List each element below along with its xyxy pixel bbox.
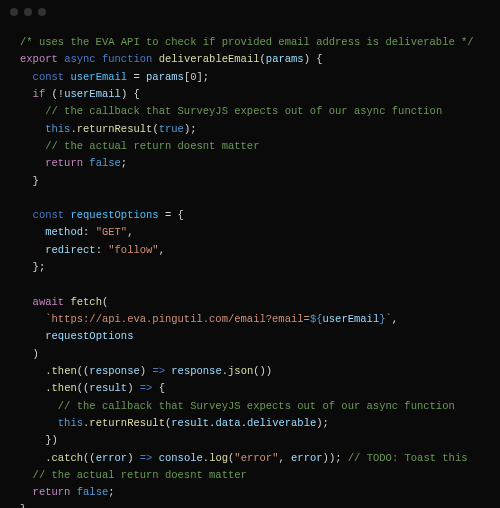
template-string: `https://api.eva.pingutil.com/email?emai…	[45, 313, 310, 325]
identifier: requestOptions	[45, 330, 133, 342]
method-then: then	[52, 365, 77, 377]
identifier: data	[215, 417, 240, 429]
function-name: deliverableEmail	[159, 53, 260, 65]
keyword-async: async	[64, 53, 96, 65]
method-call: returnResult	[77, 123, 153, 135]
comment-line: // TODO: Toast this	[348, 452, 468, 464]
keyword-return: return	[45, 157, 83, 169]
boolean: true	[159, 123, 184, 135]
object-key: method	[45, 226, 83, 238]
function-call: fetch	[70, 296, 102, 308]
identifier: deliverable	[247, 417, 316, 429]
param: error	[96, 452, 128, 464]
keyword-await: await	[33, 296, 65, 308]
comment-line: /* uses the EVA API to check if provided…	[20, 36, 474, 48]
method-catch: catch	[52, 452, 84, 464]
object-key: redirect	[45, 244, 95, 256]
comment-line: // the callback that SurveyJS expects ou…	[58, 400, 455, 412]
variable: requestOptions	[70, 209, 158, 221]
string: "GET"	[96, 226, 128, 238]
comment-line: // the actual return doesnt matter	[33, 469, 247, 481]
identifier: response	[171, 365, 221, 377]
string: "follow"	[108, 244, 158, 256]
string: "error"	[234, 452, 278, 464]
keyword-this: this	[58, 417, 83, 429]
identifier: userEmail	[322, 313, 379, 325]
keyword-const: const	[33, 209, 65, 221]
keyword-function: function	[102, 53, 152, 65]
method-json: json	[228, 365, 253, 377]
variable: userEmail	[70, 71, 127, 83]
identifier: params	[146, 71, 184, 83]
identifier: error	[291, 452, 323, 464]
param: response	[89, 365, 139, 377]
param: result	[89, 382, 127, 394]
traffic-light-zoom-icon[interactable]	[38, 8, 46, 16]
keyword-this: this	[45, 123, 70, 135]
comment-line: // the callback that SurveyJS expects ou…	[45, 105, 442, 117]
boolean: false	[77, 486, 109, 498]
identifier: userEmail	[64, 88, 121, 100]
identifier: result	[171, 417, 209, 429]
comment-line: // the actual return doesnt matter	[45, 140, 259, 152]
traffic-light-close-icon[interactable]	[10, 8, 18, 16]
code-block: /* uses the EVA API to check if provided…	[0, 24, 500, 508]
method-then: then	[52, 382, 77, 394]
method-log: log	[209, 452, 228, 464]
keyword-if: if	[33, 88, 46, 100]
identifier: console	[159, 452, 203, 464]
code-window: /* uses the EVA API to check if provided…	[0, 0, 500, 508]
keyword-export: export	[20, 53, 58, 65]
keyword-const: const	[33, 71, 65, 83]
traffic-light-minimize-icon[interactable]	[24, 8, 32, 16]
keyword-return: return	[33, 486, 71, 498]
boolean: false	[89, 157, 121, 169]
method-call: returnResult	[89, 417, 165, 429]
window-titlebar	[0, 0, 500, 24]
param: params	[266, 53, 304, 65]
